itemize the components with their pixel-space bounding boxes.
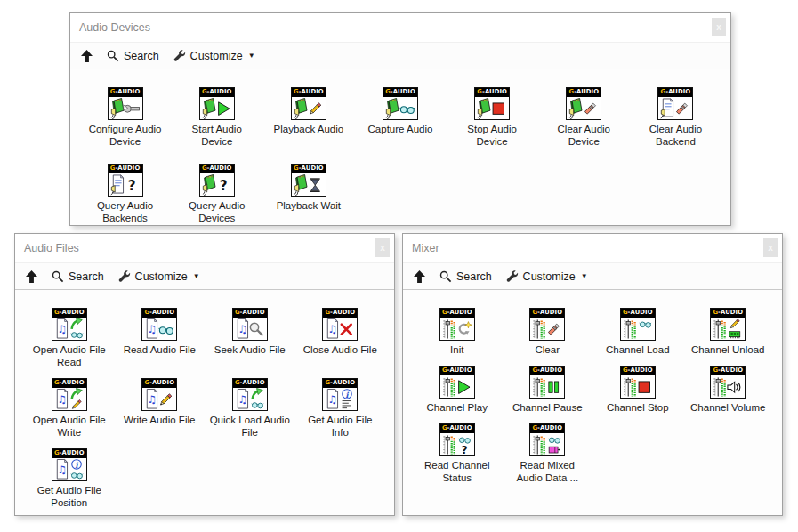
- icon-art: [292, 97, 326, 120]
- up-arrow-icon: [26, 270, 37, 283]
- close-button[interactable]: x: [763, 238, 778, 257]
- toolbar: Search Customize ▼: [403, 263, 782, 290]
- palette-item-read-audio-file[interactable]: G-AUDIORead Audio File: [115, 308, 206, 356]
- palette-item-channel-unload[interactable]: G-AUDIOChannel Unload: [683, 308, 774, 356]
- icon-art: [621, 375, 655, 399]
- wrench-icon: [506, 270, 519, 283]
- palette-item-open-audio-file-read[interactable]: G-AUDIOOpen Audio File Read: [24, 308, 115, 368]
- palette-item-label: Get Audio File Position: [28, 484, 110, 509]
- channel-pause-icon: G-AUDIO: [529, 366, 565, 399]
- wrench-icon: [173, 50, 186, 62]
- search-button[interactable]: Search: [49, 269, 107, 285]
- search-button[interactable]: Search: [437, 269, 495, 285]
- palette-item-channel-stop[interactable]: G-AUDIOChannel Stop: [592, 366, 683, 414]
- titlebar[interactable]: Audio Files x: [15, 234, 394, 263]
- palette-item-init[interactable]: G-AUDIOInit: [412, 308, 503, 356]
- configure-audio-device-icon: G-AUDIO: [108, 87, 143, 120]
- icon-art: [440, 433, 474, 456]
- g-audio-banner: G-AUDIO: [52, 309, 86, 318]
- chevron-down-icon: ▼: [581, 272, 588, 280]
- palette-item-clear-audio-device[interactable]: G-AUDIOClear Audio Device: [538, 87, 630, 148]
- palette-item-clear[interactable]: G-AUDIOClear: [503, 308, 593, 356]
- search-icon: [107, 50, 119, 62]
- g-audio-banner: G-AUDIO: [711, 309, 745, 318]
- palette-item-get-audio-file-position[interactable]: G-AUDIOGet Audio File Position: [24, 448, 115, 509]
- close-button[interactable]: x: [375, 238, 390, 257]
- toolbar: Search Customize ▼: [15, 263, 394, 290]
- search-label: Search: [69, 270, 104, 283]
- up-one-level-button[interactable]: [23, 269, 40, 285]
- palette-content: G-AUDIOConfigure Audio DeviceG-AUDIOStar…: [70, 69, 730, 225]
- search-label: Search: [456, 270, 492, 283]
- palette-item-playback-audio[interactable]: G-AUDIOPlayback Audio: [262, 87, 354, 135]
- close-button[interactable]: x: [712, 18, 726, 36]
- query-audio-devices-icon: G-AUDIO: [199, 164, 235, 197]
- up-one-level-button[interactable]: [78, 48, 95, 64]
- desktop: { "chrome": { "close": "x" }, "banner": …: [0, 0, 798, 532]
- icon-art: [530, 318, 564, 341]
- palette-item-start-audio-device[interactable]: G-AUDIOStart Audio Device: [171, 87, 262, 148]
- icon-art: [52, 388, 86, 411]
- icon-art: [233, 388, 267, 411]
- g-audio-banner: G-AUDIO: [200, 165, 234, 173]
- icon-art: [440, 318, 474, 341]
- channel-volume-icon: G-AUDIO: [710, 366, 746, 399]
- search-button[interactable]: Search: [104, 48, 162, 64]
- palette-grid: G-AUDIOInitG-AUDIOClearG-AUDIOChannel Lo…: [412, 308, 773, 484]
- g-audio-banner: G-AUDIO: [440, 424, 474, 433]
- palette-item-query-audio-backends[interactable]: G-AUDIOQuery Audio Backends: [79, 164, 171, 224]
- palette-item-channel-pause[interactable]: G-AUDIOChannel Pause: [503, 366, 593, 414]
- palette-item-close-audio-file[interactable]: G-AUDIOClose Audio File: [295, 308, 386, 356]
- g-audio-banner: G-AUDIO: [233, 379, 267, 388]
- up-one-level-button[interactable]: [411, 269, 428, 285]
- titlebar[interactable]: Audio Devices x: [70, 13, 730, 43]
- g-audio-banner: G-AUDIO: [52, 449, 86, 458]
- get-audio-file-position-icon: G-AUDIO: [52, 448, 87, 481]
- palette-item-capture-audio[interactable]: G-AUDIOCapture Audio: [354, 87, 446, 135]
- palette-item-configure-audio-device[interactable]: G-AUDIOConfigure Audio Device: [79, 87, 171, 148]
- g-audio-banner: G-AUDIO: [440, 309, 474, 318]
- customize-button[interactable]: Customize ▼: [116, 269, 203, 285]
- icon-art: [52, 318, 86, 341]
- palette-item-write-audio-file[interactable]: G-AUDIOWrite Audio File: [115, 378, 206, 426]
- customize-button[interactable]: Customize ▼: [504, 269, 591, 285]
- palette-item-read-mixed-audio-data[interactable]: G-AUDIORead Mixed Audio Data ...: [503, 423, 593, 484]
- palette-item-playback-wait[interactable]: G-AUDIOPlayback Wait: [262, 164, 354, 212]
- palette-item-channel-volume[interactable]: G-AUDIOChannel Volume: [683, 366, 774, 414]
- channel-play-icon: G-AUDIO: [439, 366, 475, 399]
- palette-content: G-AUDIOOpen Audio File ReadG-AUDIORead A…: [15, 290, 394, 515]
- window-title: Audio Devices: [79, 21, 150, 34]
- customize-label: Customize: [190, 50, 243, 62]
- palette-item-channel-load[interactable]: G-AUDIOChannel Load: [592, 308, 683, 356]
- palette-item-clear-audio-backend[interactable]: G-AUDIOClear Audio Backend: [630, 87, 721, 148]
- palette-item-open-audio-file-write[interactable]: G-AUDIOOpen Audio File Write: [24, 378, 115, 439]
- icon-art: [292, 173, 326, 197]
- query-audio-backends-icon: G-AUDIO: [108, 164, 143, 197]
- g-audio-banner: G-AUDIO: [109, 165, 142, 173]
- audio-devices-window: Audio Devices x Search Customize ▼ G-AUD…: [69, 12, 731, 226]
- clear-audio-backend-icon: G-AUDIO: [657, 87, 693, 120]
- g-audio-banner: G-AUDIO: [142, 379, 176, 388]
- palette-item-channel-play[interactable]: G-AUDIOChannel Play: [412, 366, 503, 414]
- g-audio-banner: G-AUDIO: [530, 309, 564, 318]
- search-icon: [52, 270, 64, 283]
- palette-item-seek-audio-file[interactable]: G-AUDIOSeek Audio File: [205, 308, 295, 356]
- g-audio-banner: G-AUDIO: [292, 165, 326, 173]
- quick-load-audio-file-icon: G-AUDIO: [232, 378, 268, 411]
- customize-button[interactable]: Customize ▼: [171, 48, 258, 64]
- titlebar[interactable]: Mixer x: [403, 234, 782, 263]
- icon-art: [711, 375, 745, 399]
- palette-item-get-audio-file-info[interactable]: G-AUDIOGet Audio File Info: [295, 378, 386, 439]
- palette-item-label: Get Audio File Info: [299, 414, 381, 439]
- icon-art: [142, 318, 176, 341]
- palette-item-stop-audio-device[interactable]: G-AUDIOStop Audio Device: [447, 87, 538, 148]
- palette-item-label: Start Audio Device: [176, 123, 258, 148]
- palette-item-read-channel-status[interactable]: G-AUDIORead Channel Status: [412, 423, 503, 484]
- palette-item-quick-load-audio-file[interactable]: G-AUDIOQuick Load Audio File: [205, 378, 295, 439]
- g-audio-banner: G-AUDIO: [530, 424, 564, 433]
- palette-item-query-audio-devices[interactable]: G-AUDIOQuery Audio Devices: [171, 164, 262, 224]
- icon-art: [530, 433, 564, 456]
- palette-item-label: Write Audio File: [124, 414, 195, 426]
- icon-art: [530, 375, 564, 399]
- palette-item-label: Init: [450, 343, 463, 356]
